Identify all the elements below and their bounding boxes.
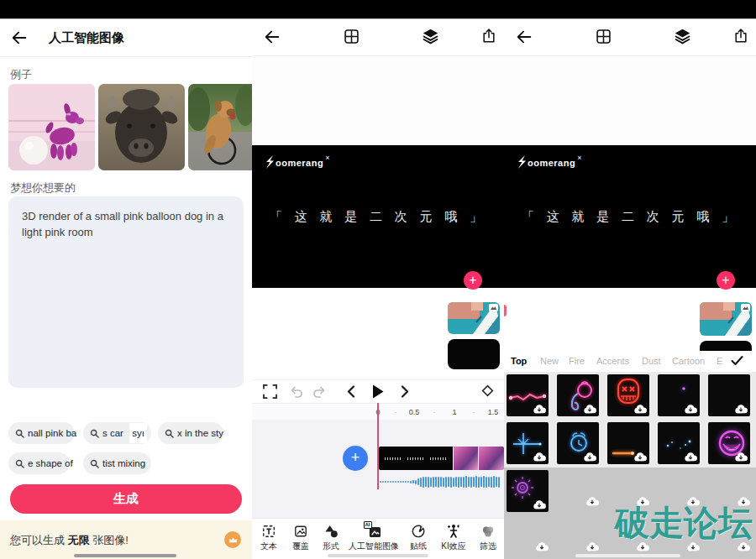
effect-orange-line[interactable] xyxy=(607,422,649,464)
home-indicator[interactable] xyxy=(575,554,680,557)
layer-thumbnail[interactable] xyxy=(448,302,500,334)
footer-text-bold: 无限 xyxy=(68,534,90,546)
example-image-bull[interactable] xyxy=(98,84,185,170)
example-image-balloon-dog[interactable] xyxy=(8,84,95,170)
home-indicator[interactable] xyxy=(74,554,176,557)
effect-pink-lightning[interactable] xyxy=(507,374,549,416)
fullscreen-icon[interactable] xyxy=(263,384,277,399)
effect-purple-sun[interactable] xyxy=(507,470,549,512)
download-cloud-icon[interactable] xyxy=(533,452,546,462)
filter-tool-icon xyxy=(481,523,495,538)
ki-effects-tool-icon xyxy=(447,523,460,538)
download-cloud-icon[interactable] xyxy=(583,452,596,462)
text-tool-icon xyxy=(262,523,276,538)
tool-ai-image[interactable]: AI 人工智能图像 xyxy=(346,523,402,552)
back-icon[interactable] xyxy=(263,28,281,46)
tab-accents[interactable]: Accents xyxy=(596,356,629,366)
tool-overlay[interactable]: 覆盖 xyxy=(286,523,316,552)
example-image-dog-wheel[interactable] xyxy=(188,84,252,170)
playhead[interactable] xyxy=(377,403,379,489)
panel-editor-timeline: oomerang × 「 这 就 是 二 次 元 哦 」 xyxy=(252,0,504,559)
suggestion-chip[interactable]: e shape of xyxy=(8,452,70,474)
layer-thumbnail-black[interactable] xyxy=(448,339,500,369)
audio-waveform[interactable] xyxy=(380,475,504,488)
download-cloud-icon[interactable] xyxy=(535,542,549,551)
add-clip-button[interactable] xyxy=(343,446,368,471)
download-cloud-icon[interactable] xyxy=(734,405,748,414)
layers-icon[interactable] xyxy=(674,28,692,46)
editor-toolbar xyxy=(252,19,504,55)
generate-button[interactable]: 生成 xyxy=(10,484,242,514)
layers-icon[interactable] xyxy=(422,28,440,46)
video-clip[interactable] xyxy=(379,447,504,470)
shapes-tool-icon xyxy=(324,523,339,538)
tool-sticker[interactable]: 贴纸 xyxy=(402,523,435,552)
tool-ki-effects[interactable]: KI效应 xyxy=(435,523,472,552)
download-cloud-icon[interactable] xyxy=(633,452,647,462)
video-caption: 「 这 就 是 二 次 元 哦 」 xyxy=(504,209,756,225)
export-share-icon[interactable] xyxy=(732,28,751,46)
undo-icon[interactable] xyxy=(290,385,303,398)
prompt-textarea[interactable]: 3D render of a small pink balloon dog in… xyxy=(8,196,244,388)
suggestion-chip[interactable]: tist mixing xyxy=(83,452,151,474)
tab-cartoon[interactable]: Cartoon xyxy=(672,356,705,366)
download-cloud-icon[interactable] xyxy=(533,500,546,509)
effect-blue-clock[interactable] xyxy=(557,422,599,464)
download-cloud-icon[interactable] xyxy=(585,497,599,506)
editor-toolbar xyxy=(504,19,756,55)
timeline-tracks[interactable] xyxy=(252,420,504,518)
tab-new[interactable]: New xyxy=(540,356,559,366)
add-media-button[interactable] xyxy=(717,271,735,290)
chip-label: e shape of xyxy=(28,458,73,468)
back-icon[interactable] xyxy=(515,28,533,46)
tab-fire[interactable]: Fire xyxy=(569,356,585,366)
suggestion-chip[interactable]: s car syı xyxy=(83,422,151,444)
next-frame-icon[interactable] xyxy=(401,385,409,398)
watermark-close-icon[interactable]: × xyxy=(577,154,581,162)
video-preview[interactable]: oomerang × 「 这 就 是 二 次 元 哦 」 xyxy=(504,145,756,288)
export-share-icon[interactable] xyxy=(480,28,499,46)
watermark-close-icon[interactable]: × xyxy=(325,154,329,162)
suggestion-chip[interactable]: nall pink ba xyxy=(8,422,75,444)
keyframe-diamond-icon[interactable] xyxy=(480,384,495,398)
effect-blue-cross[interactable] xyxy=(507,422,549,464)
video-preview[interactable]: oomerang × 「 这 就 是 二 次 元 哦 」 xyxy=(252,145,504,288)
prev-frame-icon[interactable] xyxy=(347,385,355,398)
tab-top[interactable]: Top xyxy=(511,356,527,366)
download-cloud-icon[interactable] xyxy=(583,405,596,414)
layer-thumbnail[interactable] xyxy=(700,302,752,336)
back-icon[interactable] xyxy=(10,29,29,47)
effect-magenta-smiley[interactable] xyxy=(708,422,750,464)
redo-icon[interactable] xyxy=(312,385,326,398)
effect-blank[interactable] xyxy=(708,374,750,416)
grid-layout-icon[interactable] xyxy=(343,28,361,46)
grid-layout-icon[interactable] xyxy=(595,28,613,46)
play-button[interactable] xyxy=(372,384,384,399)
ai-image-tool-icon: AI xyxy=(367,523,381,538)
tab-dust[interactable]: Dust xyxy=(642,356,661,366)
tab-effects-cut[interactable]: E xyxy=(717,356,722,366)
effect-pink-kettle[interactable] xyxy=(557,374,599,416)
effect-purple-spark[interactable] xyxy=(658,374,700,416)
download-cloud-icon[interactable] xyxy=(684,452,697,462)
download-cloud-icon[interactable] xyxy=(684,405,697,414)
home-indicator[interactable] xyxy=(328,554,428,557)
add-media-button[interactable] xyxy=(464,271,482,290)
effect-cyan-sparks[interactable] xyxy=(658,422,700,464)
ai-badge: AI xyxy=(364,521,372,529)
premium-crown-icon[interactable] xyxy=(224,531,241,548)
playback-controls xyxy=(252,379,504,404)
tool-filter[interactable]: 筛选 xyxy=(472,523,504,552)
layer-thumbnail-black[interactable] xyxy=(700,341,752,351)
download-cloud-icon[interactable] xyxy=(533,405,546,414)
download-cloud-icon[interactable] xyxy=(734,452,748,462)
clip-frame-thumb xyxy=(478,447,504,470)
effect-red-skull-mask[interactable] xyxy=(607,374,649,416)
suggestion-chip[interactable]: x in the sty xyxy=(158,422,223,444)
screen: 人工智能图像 例子 xyxy=(0,0,756,559)
tool-shapes[interactable]: 形式 xyxy=(316,523,346,552)
tool-text[interactable]: 文本 xyxy=(252,523,286,552)
download-cloud-icon[interactable] xyxy=(585,542,599,551)
confirm-check-icon[interactable] xyxy=(731,355,743,366)
download-cloud-icon[interactable] xyxy=(633,405,647,414)
